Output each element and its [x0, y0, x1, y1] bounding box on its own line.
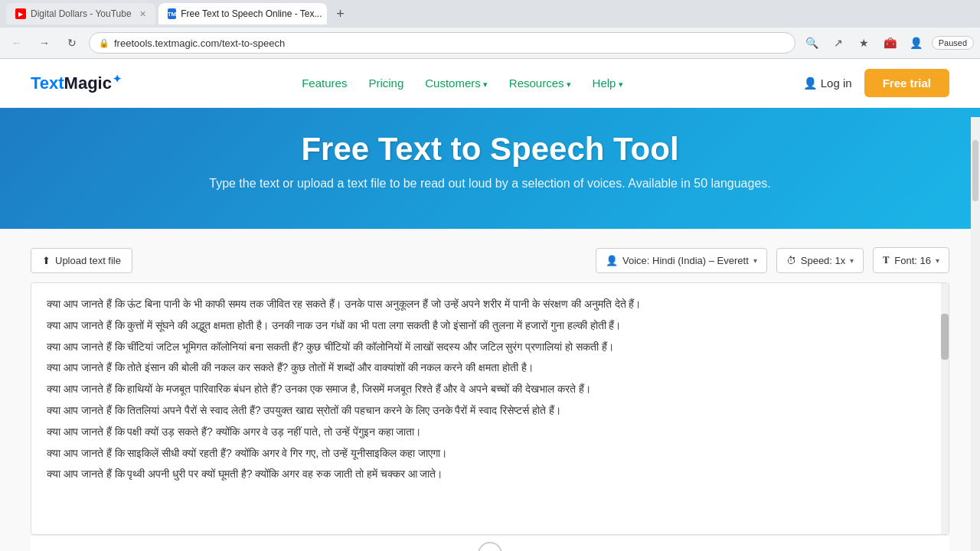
nav-menu: Features Pricing Customers Resources Hel…: [302, 77, 622, 90]
text-line: क्या आप जानते हैं कि साइकिलें सीधी क्यों…: [47, 445, 933, 463]
login-icon: 👤: [803, 77, 818, 90]
hero-banner: Free Text to Speech Tool Type the text o…: [0, 108, 980, 229]
voice-label: Voice: Hindi (India) – Everett: [622, 255, 749, 266]
free-trial-button[interactable]: Free trial: [864, 69, 949, 97]
text-line: क्या आप जानते हैं कि हाथियों के मजबूत पा…: [47, 380, 933, 399]
site-logo: TextMagic✦: [31, 73, 122, 93]
text-content-wrapper: क्या आप जानते हैं कि ऊंट बिना पानी के भी…: [31, 282, 949, 535]
profile-icon[interactable]: 👤: [906, 32, 927, 54]
browser-actions: 🔍 ↗ ★ 🧰 👤 Paused: [802, 32, 974, 54]
speed-dropdown-arrow: ▾: [850, 256, 854, 265]
address-text: freetools.textmagic.com/text-to-speech: [114, 37, 786, 49]
search-icon[interactable]: 🔍: [802, 32, 823, 54]
play-button[interactable]: ▶: [478, 542, 502, 552]
speed-icon: ⏱: [786, 255, 796, 266]
refresh-button[interactable]: ↻: [61, 32, 83, 54]
login-button[interactable]: 👤 Log in: [803, 77, 852, 90]
tab-textmagic-title: Free Text to Speech Online - Tex...: [181, 8, 322, 19]
voice-selector[interactable]: 👤 Voice: Hindi (India) – Everett ▾: [596, 248, 767, 273]
share-icon[interactable]: ↗: [828, 32, 849, 54]
font-selector[interactable]: 𝐓 Font: 16 ▾: [873, 247, 949, 273]
upload-label: Upload text file: [55, 255, 121, 266]
tab-youtube-close[interactable]: ✕: [139, 9, 146, 19]
voice-icon: 👤: [606, 255, 618, 266]
text-line: क्या आप जानते हैं कि कुत्तों में सूंघने …: [47, 317, 933, 335]
text-line: क्या आप जानते हैं कि तितलियां अपने पैरों…: [47, 402, 933, 420]
site-header: TextMagic✦ Features Pricing Customers Re…: [0, 59, 980, 108]
tool-area: ⬆ Upload text file 👤 Voice: Hindi (India…: [0, 229, 980, 551]
paused-badge: Paused: [932, 36, 974, 50]
textmagic-favicon: TM: [168, 8, 177, 19]
text-line: क्या आप जानते हैं कि पृथ्वी अपनी धुरी पर…: [47, 465, 933, 484]
speed-selector[interactable]: ⏱ Speed: 1x ▾: [776, 248, 864, 273]
page-scrollbar[interactable]: [971, 117, 980, 551]
player-bar: ▶ 0:00 / 0:00: [31, 535, 949, 551]
text-line: क्या आप जानते हैं कि ऊंट बिना पानी के भी…: [47, 295, 933, 314]
tab-textmagic[interactable]: TM Free Text to Speech Online - Tex... ✕: [158, 3, 327, 24]
scrollbar-track[interactable]: [941, 283, 949, 534]
tool-toolbar: ⬆ Upload text file 👤 Voice: Hindi (India…: [31, 247, 949, 273]
tab-youtube-title: Digital Dollars - YouTube: [31, 8, 132, 19]
bookmark-icon[interactable]: ★: [854, 32, 875, 54]
page-scrollbar-thumb[interactable]: [972, 140, 978, 201]
font-icon: 𝐓: [883, 254, 890, 266]
upload-icon: ⬆: [42, 255, 51, 266]
font-label: Font: 16: [894, 255, 931, 266]
nav-resources[interactable]: Resources: [509, 77, 571, 90]
nav-pricing[interactable]: Pricing: [368, 77, 403, 90]
upload-button[interactable]: ⬆ Upload text file: [31, 248, 132, 273]
lock-icon: 🔒: [99, 38, 109, 48]
hero-title: Free Text to Speech Tool: [0, 131, 980, 168]
logo-icon: ✦: [113, 73, 122, 85]
forward-button[interactable]: →: [34, 32, 55, 54]
login-label: Log in: [821, 77, 852, 90]
logo-text: Text: [31, 73, 64, 93]
scrollbar-thumb[interactable]: [941, 314, 949, 360]
nav-features[interactable]: Features: [302, 77, 347, 90]
back-button[interactable]: ←: [6, 32, 28, 54]
browser-chrome: ▶ Digital Dollars - YouTube ✕ TM Free Te…: [0, 0, 980, 59]
nav-actions: 👤 Log in Free trial: [803, 69, 949, 97]
nav-help[interactable]: Help: [593, 77, 623, 90]
tab-youtube[interactable]: ▶ Digital Dollars - YouTube ✕: [6, 3, 155, 24]
paused-label: Paused: [939, 38, 967, 47]
nav-customers[interactable]: Customers: [425, 77, 488, 90]
browser-controls: ← → ↻ 🔒 freetools.textmagic.com/text-to-…: [0, 28, 980, 58]
youtube-favicon: ▶: [15, 8, 26, 19]
speed-label: Speed: 1x: [801, 255, 846, 266]
font-dropdown-arrow: ▾: [936, 256, 939, 265]
text-line: क्या आप जानते हैं कि तोते इंसान की बोली …: [47, 359, 933, 377]
text-content-area[interactable]: क्या आप जानते हैं कि ऊंट बिना पानी के भी…: [31, 283, 949, 513]
address-bar[interactable]: 🔒 freetools.textmagic.com/text-to-speech: [89, 32, 795, 54]
hero-subtitle: Type the text or upload a text file to b…: [0, 177, 980, 191]
extensions-icon[interactable]: 🧰: [880, 32, 901, 54]
text-line: क्या आप जानते हैं कि चींटियां जटिल भूमिग…: [47, 338, 933, 357]
new-tab-button[interactable]: +: [330, 3, 351, 24]
text-line: क्या आप जानते हैं कि पक्षी क्यों उड़ सकत…: [47, 423, 933, 442]
website-content: TextMagic✦ Features Pricing Customers Re…: [0, 59, 980, 551]
title-bar: ▶ Digital Dollars - YouTube ✕ TM Free Te…: [0, 0, 980, 28]
voice-dropdown-arrow: ▾: [753, 256, 757, 265]
